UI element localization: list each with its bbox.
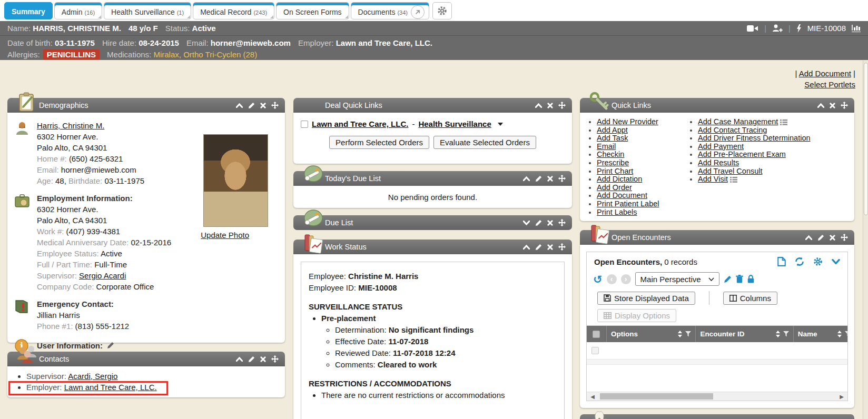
- column-header-encounter-id[interactable]: Encounter ID: [696, 326, 793, 342]
- patient-name-link[interactable]: Harris, Christine M.: [37, 121, 104, 130]
- evaluate-selected-orders-button[interactable]: Evaluate Selected Orders: [433, 136, 536, 149]
- supervisor-link[interactable]: Sergio Acardi: [79, 271, 126, 280]
- quick-link[interactable]: Add Driver Fitness Determination: [698, 134, 811, 142]
- lightning-bolt-icon[interactable]: [796, 24, 802, 33]
- quick-link[interactable]: Add New Provider: [597, 117, 658, 126]
- quick-link[interactable]: Prescribe: [597, 158, 629, 167]
- page-scrollbar-thumb[interactable]: [864, 63, 868, 215]
- move-icon[interactable]: [558, 219, 566, 226]
- page-scrollbar[interactable]: [863, 61, 868, 419]
- move-icon[interactable]: [558, 102, 566, 109]
- move-icon[interactable]: [841, 234, 848, 241]
- quick-link[interactable]: Add Travel Consult: [698, 167, 763, 175]
- move-icon[interactable]: [841, 102, 848, 109]
- select-all-checkbox[interactable]: [593, 331, 600, 338]
- quick-link[interactable]: Add Pre-Placement Exam: [698, 150, 786, 158]
- collapse-icon[interactable]: [236, 357, 243, 362]
- scroll-right-arrow[interactable]: ▶: [837, 392, 846, 401]
- delete-perspective-icon[interactable]: [736, 275, 743, 283]
- close-icon[interactable]: [260, 103, 266, 108]
- quick-link[interactable]: Add Order: [597, 183, 632, 192]
- add-person-icon[interactable]: [772, 24, 783, 32]
- company-link[interactable]: Lawn and Tree Care, LLC.: [312, 119, 408, 128]
- collapse-icon[interactable]: [523, 245, 530, 250]
- update-photo-link[interactable]: Update Photo: [201, 231, 249, 240]
- column-header-name[interactable]: Name: [794, 326, 847, 342]
- quick-link[interactable]: Email: [597, 142, 616, 151]
- tab-medical-record[interactable]: Medical Record (243): [193, 2, 274, 19]
- quick-link[interactable]: Add Document: [597, 191, 647, 199]
- columns-button[interactable]: Columns: [723, 292, 777, 305]
- edit-icon[interactable]: [248, 356, 255, 363]
- refresh-icon[interactable]: [795, 257, 804, 266]
- chevron-down-icon[interactable]: [498, 123, 503, 126]
- quick-link[interactable]: Add Task: [597, 134, 628, 142]
- horizontal-scrollbar[interactable]: ◀ ▶: [587, 392, 847, 401]
- order-checkbox[interactable]: [301, 121, 308, 128]
- quick-link[interactable]: Add Payment: [698, 142, 744, 151]
- edit-icon[interactable]: [817, 234, 824, 241]
- tab-health-surveillance[interactable]: Health Surveillance (1): [104, 2, 191, 19]
- list-icon[interactable]: [730, 177, 737, 183]
- collapse-icon[interactable]: [236, 103, 243, 108]
- close-icon[interactable]: [830, 235, 835, 241]
- close-icon[interactable]: [547, 103, 553, 108]
- close-icon[interactable]: [830, 103, 835, 108]
- collapse-icon[interactable]: [805, 235, 812, 240]
- settings-gear-button[interactable]: [432, 2, 452, 19]
- store-displayed-data-button[interactable]: Store Displayed Data: [597, 292, 695, 305]
- new-document-icon[interactable]: [777, 257, 786, 266]
- quick-link[interactable]: Print Labels: [597, 208, 637, 216]
- edit-icon[interactable]: [535, 175, 542, 182]
- quick-link[interactable]: Print Chart: [597, 167, 633, 175]
- allergy-badge[interactable]: PENICILLINS: [43, 49, 100, 59]
- chevron-down-icon[interactable]: [832, 259, 840, 264]
- scrollbar-thumb[interactable]: [600, 393, 713, 400]
- perspective-select[interactable]: Main Perspective: [635, 272, 719, 286]
- quick-link[interactable]: Add Contact Tracing: [698, 126, 767, 134]
- edit-icon[interactable]: [535, 244, 542, 251]
- collapse-icon[interactable]: [817, 103, 824, 108]
- edit-perspective-icon[interactable]: [724, 275, 732, 283]
- row-checkbox[interactable]: [591, 347, 599, 354]
- collapse-icon[interactable]: [523, 176, 530, 181]
- next-perspective-icon[interactable]: ›: [621, 274, 631, 284]
- employer-contact-link[interactable]: Lawn and Tree Care, LLC.: [64, 383, 157, 392]
- close-icon[interactable]: [547, 220, 553, 226]
- list-icon[interactable]: [780, 119, 787, 125]
- select-all-header[interactable]: [587, 326, 607, 342]
- medication-link[interactable]: Ortho Tri-Cyclen (28): [183, 50, 257, 59]
- tab-documents[interactable]: Documents (34): [351, 2, 429, 19]
- supervisor-contact-link[interactable]: Acardi, Sergio: [68, 372, 117, 381]
- close-icon[interactable]: [260, 356, 266, 362]
- previous-perspective-icon[interactable]: ‹: [607, 274, 617, 284]
- video-camera-icon[interactable]: [747, 25, 758, 32]
- gear-icon[interactable]: [813, 257, 823, 266]
- program-link[interactable]: Health Surveillance: [418, 119, 491, 128]
- quick-link[interactable]: Add Dictation: [597, 175, 642, 183]
- tab-admin[interactable]: Admin (16): [54, 2, 102, 19]
- select-portlets-link[interactable]: Select Portlets: [804, 80, 855, 89]
- move-icon[interactable]: [558, 243, 566, 251]
- move-icon[interactable]: [271, 355, 279, 363]
- lock-icon[interactable]: [747, 275, 754, 283]
- edit-icon[interactable]: [535, 220, 542, 226]
- tab-on-screen-forms[interactable]: On Screen Forms: [276, 2, 349, 19]
- quick-link[interactable]: Add Appt: [597, 126, 628, 134]
- quick-link[interactable]: Add Visit: [698, 175, 728, 183]
- quick-link[interactable]: Add Case Management: [698, 117, 778, 126]
- quick-link[interactable]: Print Patient Label: [597, 199, 659, 208]
- quick-link[interactable]: Add Results: [698, 158, 739, 167]
- tab-summary[interactable]: Summary: [4, 2, 53, 19]
- column-header-options[interactable]: Options: [607, 326, 696, 342]
- flowsheet-chart-icon[interactable]: [852, 24, 861, 32]
- medication-link[interactable]: Miralax: [153, 50, 179, 59]
- move-icon[interactable]: [558, 175, 566, 182]
- edit-icon[interactable]: [248, 102, 255, 109]
- edit-user-info-icon[interactable]: [107, 342, 114, 349]
- add-document-link[interactable]: Add Document: [799, 69, 851, 78]
- quick-link[interactable]: Checkin: [597, 150, 624, 158]
- move-icon[interactable]: [271, 102, 279, 109]
- close-icon[interactable]: [547, 176, 553, 182]
- collapse-icon[interactable]: [535, 103, 542, 108]
